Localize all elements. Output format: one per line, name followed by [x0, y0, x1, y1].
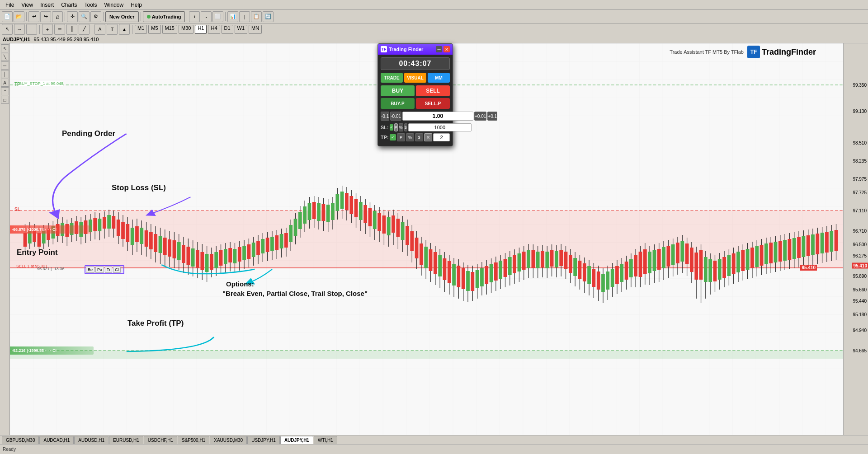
- panel-titlebar[interactable]: TF Trading Finder ─ ✕: [378, 44, 453, 55]
- menu-insert[interactable]: Insert: [37, 1, 57, 9]
- buy-button[interactable]: BUY: [381, 85, 415, 96]
- lot-plus01-btn[interactable]: +0.1: [487, 112, 497, 121]
- autotrading-button[interactable]: AutoTrading: [143, 11, 185, 22]
- menu-file[interactable]: File: [2, 1, 18, 9]
- sl-p-btn[interactable]: P: [394, 123, 398, 131]
- tf-m30[interactable]: M30: [179, 25, 193, 34]
- tp-r-btn[interactable]: R: [424, 133, 432, 141]
- lot-minus001-btn[interactable]: -0.01: [390, 112, 401, 121]
- panel-close-btn[interactable]: ✕: [443, 46, 450, 52]
- templates-btn[interactable]: 📋: [251, 11, 262, 22]
- tf-h4[interactable]: H4: [208, 25, 220, 34]
- tab-trade[interactable]: TRADE: [381, 73, 403, 83]
- order-options-box[interactable]: Be Pa Tr Cl: [85, 265, 124, 274]
- break-even-btn[interactable]: Be: [86, 267, 94, 273]
- tab-gbpusd[interactable]: GBPUSD,M30: [2, 436, 39, 444]
- svg-rect-284: [666, 246, 670, 267]
- lot-plus001-btn[interactable]: +0.01: [474, 112, 486, 121]
- tool-fib[interactable]: ⌃: [1, 87, 9, 95]
- tab-audjpy[interactable]: AUDJPY,H1: [280, 436, 313, 444]
- tf-d1[interactable]: D1: [222, 25, 233, 34]
- text-btn[interactable]: A: [94, 24, 105, 35]
- menu-view[interactable]: View: [18, 1, 37, 9]
- tf-h1[interactable]: H1: [195, 25, 207, 34]
- open-btn[interactable]: 📂: [14, 11, 24, 22]
- arrow-btn[interactable]: →: [14, 24, 25, 35]
- crosshair-btn[interactable]: ✛: [67, 11, 78, 22]
- sell-box-text: 95.321 | -13:36: [37, 267, 64, 271]
- indicators-btn[interactable]: 📊: [227, 11, 238, 22]
- arrow-draw-btn[interactable]: ▲: [119, 24, 130, 35]
- svg-rect-140: [331, 203, 335, 220]
- svg-rect-88: [210, 254, 213, 270]
- tab-usdjpy[interactable]: USDJPY,H1: [247, 436, 280, 444]
- tool-text[interactable]: A: [1, 79, 9, 87]
- tab-mm[interactable]: MM: [428, 73, 450, 83]
- main-toolbar: 📄 📂 ↩ ↪ 🖨 ✛ 🔍 ⚙ New Order AutoTrading + …: [0, 10, 868, 23]
- crosshair-btn2[interactable]: +: [42, 24, 53, 35]
- print-btn[interactable]: 🖨: [52, 11, 63, 22]
- line-btn[interactable]: —: [26, 24, 37, 35]
- sl-pct-btn[interactable]: %: [399, 123, 403, 131]
- trail-stop-btn[interactable]: Tr: [105, 267, 112, 273]
- lot-value-input[interactable]: [402, 112, 473, 121]
- label-btn[interactable]: T: [107, 24, 118, 35]
- menu-help[interactable]: Help: [127, 1, 146, 9]
- refresh-btn[interactable]: 🔄: [263, 11, 274, 22]
- tf-m15[interactable]: M15: [162, 25, 177, 34]
- tp-dollar-btn[interactable]: $: [415, 133, 423, 141]
- sell-p-button[interactable]: SELL-P: [416, 98, 450, 109]
- svg-rect-124: [294, 219, 297, 236]
- properties-btn[interactable]: ⚙: [90, 11, 101, 22]
- trendline-btn[interactable]: ╱: [79, 24, 90, 35]
- tp-pct-btn[interactable]: %: [406, 133, 414, 141]
- sl-value-input[interactable]: [408, 123, 472, 131]
- hline-btn[interactable]: ━: [54, 24, 65, 35]
- tp-value-input[interactable]: [433, 133, 450, 141]
- tool-cursor[interactable]: ↖: [1, 44, 9, 52]
- tf-w1[interactable]: W1: [235, 25, 248, 34]
- zoom-out-btn[interactable]: -: [201, 11, 212, 22]
- tab-sp500[interactable]: S&P500,H1: [178, 436, 209, 444]
- menu-tools[interactable]: Tools: [81, 1, 101, 9]
- tab-audusd[interactable]: AUDUSD,H1: [74, 436, 108, 444]
- close-btn[interactable]: Cl: [113, 267, 121, 273]
- tf-m5[interactable]: M5: [148, 25, 160, 34]
- cursor-btn[interactable]: ↖: [2, 24, 13, 35]
- partial-close-btn[interactable]: Pa: [95, 267, 104, 273]
- lot-minus01-btn[interactable]: -0.1: [381, 112, 389, 121]
- tool-hline[interactable]: ─: [1, 61, 9, 70]
- tab-audcad[interactable]: AUDCAD,H1: [39, 436, 74, 444]
- zoom-btn[interactable]: 🔍: [79, 11, 90, 22]
- sl-checkbox[interactable]: [390, 124, 393, 131]
- svg-rect-38: [93, 218, 97, 231]
- buy-p-button[interactable]: BUY-P: [381, 98, 415, 109]
- tp-checkbox[interactable]: [390, 134, 396, 140]
- tool-vline[interactable]: │: [1, 70, 9, 78]
- tab-wti[interactable]: WTI,H1: [314, 436, 337, 444]
- fit-btn[interactable]: ⬜: [212, 11, 223, 22]
- vline-btn[interactable]: ┃: [66, 24, 77, 35]
- period-sep-btn[interactable]: |: [239, 11, 250, 22]
- tf-mn[interactable]: MN: [249, 25, 262, 34]
- menu-charts[interactable]: Charts: [57, 1, 80, 9]
- tool-line[interactable]: ╲: [1, 53, 9, 61]
- tab-usdchf[interactable]: USDCHF,H1: [144, 436, 177, 444]
- new-chart-btn[interactable]: 📄: [2, 11, 13, 22]
- sl-dollar-btn[interactable]: $: [404, 123, 407, 131]
- panel-minimize-btn[interactable]: ─: [436, 46, 442, 52]
- redo-btn[interactable]: ↪: [40, 11, 51, 22]
- tf-m1[interactable]: M1: [135, 25, 147, 34]
- menu-window[interactable]: Window: [101, 1, 127, 9]
- svg-rect-222: [522, 252, 526, 270]
- tab-eurusd[interactable]: EURUSD,H1: [109, 436, 143, 444]
- tab-xauusd[interactable]: XAUUSD,M30: [210, 436, 247, 444]
- tf-logo-text: TradingFinder: [762, 47, 816, 57]
- undo-btn[interactable]: ↩: [28, 11, 39, 22]
- new-order-button[interactable]: New Order: [105, 11, 139, 22]
- tab-visual[interactable]: VISUAL: [404, 73, 426, 83]
- sell-button[interactable]: SELL: [416, 85, 450, 96]
- tp-p-btn[interactable]: P: [397, 133, 405, 141]
- tool-rect[interactable]: □: [1, 96, 9, 104]
- zoom-in-btn[interactable]: +: [189, 11, 200, 22]
